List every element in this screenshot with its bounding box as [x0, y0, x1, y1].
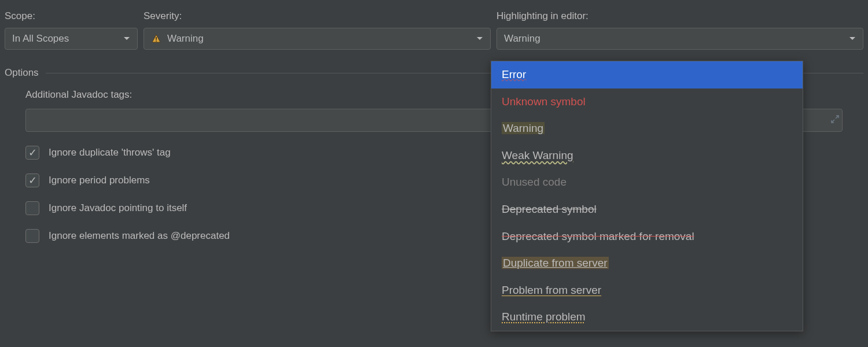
- checkbox[interactable]: [25, 229, 39, 243]
- highlighting-option[interactable]: Unused code: [491, 169, 803, 196]
- chevron-down-icon: [476, 36, 483, 41]
- highlighting-option[interactable]: Error: [491, 61, 803, 88]
- severity-field: Severity: Warning: [144, 10, 491, 50]
- svg-rect-0: [156, 37, 157, 40]
- option-label: Unknown symbol: [502, 95, 586, 108]
- severity-value: Warning: [167, 33, 476, 45]
- option-label: Weak Warning: [502, 149, 573, 161]
- chevron-down-icon: [123, 36, 130, 41]
- checkbox-label: Ignore period problems: [49, 175, 150, 186]
- scope-dropdown[interactable]: In All Scopes: [5, 28, 138, 50]
- checkbox-label: Ignore Javadoc pointing to itself: [49, 202, 187, 214]
- scope-label: Scope:: [5, 10, 138, 22]
- scope-field: Scope: In All Scopes: [5, 10, 138, 50]
- highlighting-label: Highlighting in editor:: [496, 10, 863, 22]
- highlighting-option[interactable]: Runtime problem: [491, 304, 803, 331]
- highlighting-option[interactable]: Deprecated symbol marked for removal: [491, 223, 803, 250]
- option-label: Error: [502, 68, 526, 80]
- checkbox[interactable]: [25, 174, 39, 187]
- option-label: Problem from server: [502, 284, 601, 296]
- checkbox-label: Ignore elements marked as @deprecated: [49, 230, 230, 242]
- option-label: Deprecated symbol: [502, 203, 597, 215]
- option-label: Duplicate from server: [502, 257, 609, 269]
- highlighting-dropdown[interactable]: Warning: [496, 28, 863, 50]
- options-title: Options: [5, 67, 39, 79]
- highlighting-value: Warning: [504, 33, 849, 45]
- option-label: Deprecated symbol marked for removal: [502, 230, 694, 242]
- option-label: Warning: [502, 122, 545, 134]
- severity-label: Severity:: [144, 10, 491, 22]
- warning-triangle-icon: [151, 34, 161, 44]
- scope-value: In All Scopes: [12, 33, 123, 45]
- checkbox[interactable]: [25, 146, 39, 160]
- highlighting-dropdown-menu: ErrorUnknown symbolWarningWeak WarningUn…: [491, 61, 803, 331]
- expand-icon[interactable]: [831, 115, 839, 126]
- svg-rect-1: [156, 40, 157, 42]
- checkbox[interactable]: [25, 201, 39, 215]
- highlighting-option[interactable]: Warning: [491, 115, 803, 142]
- chevron-down-icon: [849, 36, 856, 41]
- highlighting-option[interactable]: Unknown symbol: [491, 88, 803, 116]
- highlighting-field: Highlighting in editor: Warning: [496, 10, 863, 50]
- option-label: Unused code: [502, 176, 567, 188]
- checkbox-label: Ignore duplicate 'throws' tag: [49, 147, 171, 158]
- option-label: Runtime problem: [502, 311, 586, 323]
- highlighting-option[interactable]: Deprecated symbol: [491, 196, 803, 223]
- severity-dropdown[interactable]: Warning: [144, 28, 491, 50]
- highlighting-option[interactable]: Duplicate from server: [491, 250, 803, 277]
- highlighting-option[interactable]: Weak Warning: [491, 142, 803, 169]
- highlighting-option[interactable]: Problem from server: [491, 277, 803, 304]
